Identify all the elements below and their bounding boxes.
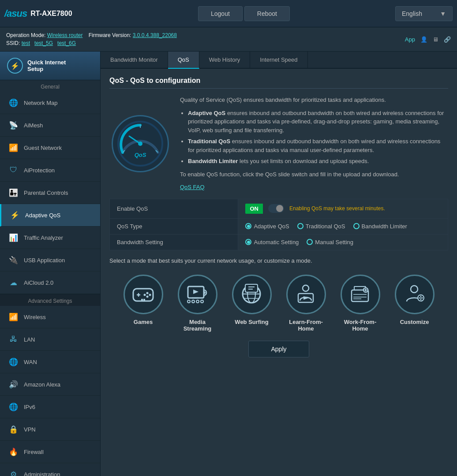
mode-description: Select a mode that best suits your curre… [109,257,448,264]
sidebar-item-network-map[interactable]: 🌐 Network Map [0,92,100,114]
bullet-traditional-qos: Traditional QoS ensures inbound and outb… [188,137,448,154]
sidebar-item-adaptive-qos[interactable]: ⚡ Adaptive QoS [0,204,100,227]
svg-point-10 [146,292,149,294]
wan-icon: 🌐 [7,356,19,368]
sidebar-item-wireless[interactable]: 📶 Wireless [0,306,100,328]
sidebar-label-firewall: Firewall [24,449,44,455]
svg-marker-17 [193,290,199,294]
learn-from-home-icon [286,275,326,314]
info-bar: Operation Mode: Wireless router Firmware… [0,27,457,52]
svg-point-5 [138,141,142,146]
sidebar-item-amazon-alexa[interactable]: 🔊 Amazon Alexa [0,373,100,396]
sidebar-item-traffic-analyzer[interactable]: 📊 Traffic Analyzer [0,227,100,249]
operation-mode-link[interactable]: Wireless router [47,32,83,38]
tab-internet-speed[interactable]: Internet Speed [250,52,307,68]
sidebar-item-administration[interactable]: ⚙ Administration [0,463,100,476]
radio-adaptive-qos[interactable]: Adaptive QoS [245,223,289,230]
adaptive-qos-text: ensures inbound and outbound bandwidth o… [188,110,444,134]
ssid-2g-link[interactable]: test [22,40,30,46]
sidebar-label-administration: Administration [24,471,60,476]
quick-setup-icon: ⚡ [7,58,23,74]
sidebar-label-guest-network: Guest Network [24,145,62,151]
sidebar-item-aimesh[interactable]: 📡 AiMesh [0,114,100,137]
mode-item-learn-from-home[interactable]: Learn-From-Home [286,275,326,332]
sidebar-item-lan[interactable]: 🖧 LAN [0,328,100,351]
sidebar-item-guest-network[interactable]: 📶 Guest Network [0,137,100,159]
sidebar-item-ipv6[interactable]: 🌐 IPv6 [0,396,100,418]
radio-automatic-label: Automatic Setting [254,239,299,245]
lan-icon: 🖧 [7,333,19,346]
toggle-on-label: ON [245,204,263,214]
wireless-icon: 📶 [7,311,19,323]
sidebar: ⚡ Quick InternetSetup General 🌐 Network … [0,52,101,476]
content-area: Bandwidth Monitor QoS Web History Intern… [101,52,457,476]
radio-adaptive-circle [245,223,251,229]
sidebar-item-aiprotection[interactable]: 🛡 AiProtection [0,159,100,182]
logout-button[interactable]: Logout [198,6,243,21]
traffic-analyzer-icon: 📊 [7,231,19,244]
radio-automatic-circle [245,239,251,245]
mode-item-games[interactable]: Games [124,275,163,325]
svg-point-12 [146,296,149,298]
radio-manual[interactable]: Manual Setting [307,239,353,245]
general-section-label: General [0,80,100,92]
apply-button[interactable]: Apply [248,341,309,357]
reboot-button[interactable]: Reboot [244,6,290,21]
radio-traditional-qos[interactable]: Traditional QoS [297,223,345,230]
tab-qos[interactable]: QoS [168,52,199,69]
language-selector[interactable]: English ▼ [395,6,453,21]
info-bar-right: App 👤 🖥 🔗 [405,36,451,43]
firmware-link[interactable]: 3.0.0.4.388_22068 [133,32,177,38]
sidebar-label-vpn: VPN [24,426,36,433]
work-from-home-icon [341,275,380,314]
user-icon[interactable]: 👤 [420,36,427,43]
qos-description: Quality of Service (QoS) ensures bandwid… [180,96,448,192]
network-map-icon: 🌐 [7,97,19,109]
sidebar-item-firewall[interactable]: 🔥 Firewall [0,441,100,463]
qos-settings-table: Enable QoS ON Enabling QoS may take seve… [109,199,448,250]
sidebar-label-lan: LAN [24,336,35,343]
bandwidth-setting-value: Automatic Setting Manual Setting [238,234,448,250]
qos-type-row: QoS Type Adaptive QoS Traditional QoS [110,218,448,234]
bullet-bandwidth-limiter: Bandwidth Limiter lets you set limits on… [188,157,448,166]
work-from-home-label: Work-From-Home [344,319,376,332]
sidebar-item-wan[interactable]: 🌐 WAN [0,351,100,373]
monitor-icon[interactable]: 🖥 [433,36,438,43]
mode-item-customize[interactable]: Customize [395,275,435,325]
quick-internet-setup-button[interactable]: ⚡ Quick InternetSetup [0,52,100,80]
mode-item-work-from-home[interactable]: Work-From-Home [341,275,380,332]
bullet-adaptive-qos: Adaptive QoS ensures inbound and outboun… [188,109,448,135]
svg-point-11 [149,294,151,296]
qos-faq-link[interactable]: QoS FAQ [180,183,448,192]
sidebar-item-vpn[interactable]: 🔒 VPN [0,418,100,441]
tab-web-history[interactable]: Web History [199,52,251,68]
web-surfing-icon [232,275,272,314]
app-link[interactable]: App [405,36,415,43]
traditional-qos-bold: Traditional QoS [188,138,230,145]
sidebar-label-amazon-alexa: Amazon Alexa [24,381,60,388]
network-icon[interactable]: 🔗 [444,36,451,43]
sidebar-item-usb-application[interactable]: 🔌 USB Application [0,249,100,271]
qos-intro: Quality of Service (QoS) ensures bandwid… [180,96,448,104]
bandwidth-limiter-bold: Bandwidth Limiter [188,158,238,164]
radio-bandwidth-circle [353,223,360,229]
svg-point-22 [201,300,203,303]
qos-toggle-switch[interactable] [268,204,284,213]
radio-bandwidth-limiter[interactable]: Bandwidth Limiter [353,223,407,230]
toggle-knob [276,205,283,212]
aicloud-icon: ☁ [7,276,19,289]
enable-qos-row: Enable QoS ON Enabling QoS may take seve… [110,199,448,218]
ssid-6g-link[interactable]: test_6G [57,40,76,46]
mode-item-media-streaming[interactable]: MediaStreaming [178,275,217,332]
mode-item-web-surfing[interactable]: Web Surfing [232,275,272,325]
sidebar-item-parental-controls[interactable]: 👨‍👧 Parental Controls [0,182,100,204]
sidebar-label-aiprotection: AiProtection [24,167,55,174]
sidebar-item-aicloud[interactable]: ☁ AiCloud 2.0 [0,271,100,294]
bandwidth-setting-row: Bandwidth Setting Automatic Setting Manu… [110,234,448,250]
ssid-label: SSID: [6,40,20,46]
ssid-5g-link[interactable]: test_5G [34,40,53,46]
tab-bandwidth-monitor[interactable]: Bandwidth Monitor [101,52,168,68]
parental-controls-icon: 👨‍👧 [7,186,19,199]
radio-automatic[interactable]: Automatic Setting [245,239,299,245]
aiprotection-icon: 🛡 [7,164,19,176]
